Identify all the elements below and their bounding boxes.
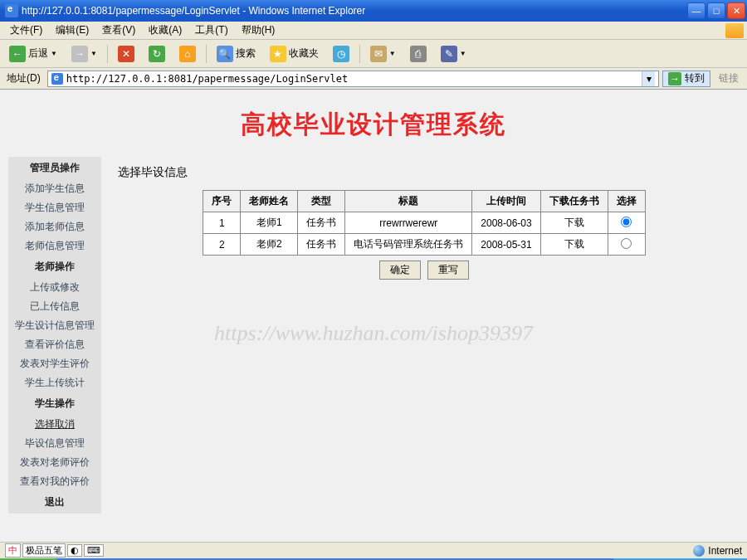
menu-file[interactable]: 文件(F) [3, 22, 49, 39]
close-button[interactable]: ✕ [727, 2, 745, 19]
sidebar-item[interactable]: 发表对老师评价 [8, 453, 101, 472]
address-input[interactable] [66, 73, 638, 85]
windows-flag-icon [725, 23, 744, 38]
links-label[interactable]: 链接 [714, 71, 744, 85]
table-header: 标题 [345, 191, 472, 212]
table-cell: 老师2 [241, 234, 298, 256]
sidebar-item[interactable]: 发表对学生评价 [8, 354, 101, 373]
forward-button[interactable]: →▼ [66, 43, 103, 65]
ie-icon [5, 4, 18, 17]
history-button[interactable]: ◷ [327, 43, 355, 65]
sidebar-head[interactable]: 退出 [8, 491, 101, 514]
address-input-wrap: ▾ [47, 71, 659, 87]
table-cell: rrewrrwerewr [345, 212, 472, 234]
menu-help[interactable]: 帮助(H) [235, 22, 282, 39]
app-title: 高校毕业设计管理系统 [0, 90, 747, 157]
print-button[interactable]: ⎙ [404, 43, 432, 65]
refresh-button[interactable]: ↻ [143, 43, 171, 65]
select-radio[interactable] [621, 238, 632, 249]
table-cell: 2008-06-03 [472, 212, 540, 234]
sidebar-head: 管理员操作 [8, 157, 101, 179]
table-cell: 2008-05-31 [472, 234, 540, 256]
section-heading: 选择毕设信息 [115, 162, 734, 190]
search-button[interactable]: 🔍搜索 [211, 43, 261, 65]
toolbar: ←后退▼ →▼ ✕ ↻ ⌂ 🔍搜索 ★收藏夹 ◷ ✉▼ ⎙ ✎▼ [0, 40, 747, 68]
addressbar: 地址(D) ▾ →转到 链接 [0, 68, 747, 90]
sidebar-item[interactable]: 已上传信息 [8, 297, 101, 316]
menu-favorites[interactable]: 收藏(A) [142, 22, 188, 39]
address-label: 地址(D) [3, 71, 44, 85]
edit-button[interactable]: ✎▼ [435, 43, 472, 65]
sidebar-item[interactable]: 查看评价信息 [8, 335, 101, 354]
menu-tools[interactable]: 工具(T) [188, 22, 234, 39]
download-link[interactable]: 下载 [564, 238, 584, 250]
sidebar-item[interactable]: 学生上传统计 [8, 373, 101, 392]
reset-button[interactable]: 重写 [427, 261, 469, 280]
globe-icon [693, 545, 705, 557]
thesis-table: 序号老师姓名类型标题上传时间下载任务书选择 1老师1任务书rrewrrwerew… [203, 190, 645, 256]
separator [206, 45, 207, 63]
menu-view[interactable]: 查看(V) [95, 22, 142, 39]
titlebar: http://127.0.0.1:8081/papermessage/Login… [0, 0, 747, 22]
table-header: 选择 [608, 191, 645, 212]
select-radio[interactable] [621, 217, 632, 227]
table-header: 下载任务书 [540, 191, 608, 212]
home-button[interactable]: ⌂ [173, 43, 202, 65]
sidebar-item[interactable]: 添加学生信息 [8, 179, 101, 198]
separator [359, 45, 360, 63]
menubar: 文件(F) 编辑(E) 查看(V) 收藏(A) 工具(T) 帮助(H) [0, 22, 747, 40]
table-header: 老师姓名 [241, 191, 298, 212]
sidebar-head: 老师操作 [8, 256, 101, 278]
table-cell: 任务书 [298, 212, 345, 234]
main-area: 选择毕设信息 序号老师姓名类型标题上传时间下载任务书选择 1老师1任务书rrew… [110, 157, 739, 514]
sidebar-item[interactable]: 老师信息管理 [8, 236, 101, 256]
menu-edit[interactable]: 编辑(E) [49, 22, 95, 39]
table-cell: 任务书 [298, 234, 345, 256]
address-dropdown[interactable]: ▾ [642, 71, 655, 86]
ime-box[interactable]: 中极品五笔◐⌨ [5, 543, 104, 558]
sidebar-item[interactable]: 学生设计信息管理 [8, 316, 101, 335]
sidebar-item[interactable]: 学生信息管理 [8, 198, 101, 217]
sidebar-item[interactable]: 添加老师信息 [8, 217, 101, 236]
table-cell: 1 [203, 212, 241, 234]
table-cell: 2 [203, 234, 241, 256]
back-button[interactable]: ←后退▼ [3, 43, 63, 65]
sidebar-item[interactable]: 毕设信息管理 [8, 434, 101, 453]
sidebar: 管理员操作添加学生信息学生信息管理添加老师信息老师信息管理老师操作上传或修改已上… [8, 157, 101, 514]
sidebar-item[interactable]: 查看对我的评价 [8, 472, 101, 491]
window-title: http://127.0.0.1:8081/papermessage/Login… [22, 5, 365, 17]
favorites-button[interactable]: ★收藏夹 [264, 43, 325, 65]
maximize-button[interactable]: □ [707, 2, 725, 19]
table-row: 2老师2任务书电话号码管理系统任务书2008-05-31下载 [203, 234, 645, 256]
page-icon [51, 73, 63, 85]
sidebar-item[interactable]: 选择取消 [8, 415, 101, 434]
sidebar-head: 学生操作 [8, 392, 101, 415]
minimize-button[interactable]: — [687, 2, 706, 19]
table-header: 类型 [298, 191, 345, 212]
table-row: 1老师1任务书rrewrrwerewr2008-06-03下载 [203, 212, 645, 234]
table-cell: 老师1 [241, 212, 298, 234]
sidebar-item[interactable]: 上传或修改 [8, 278, 101, 297]
download-link[interactable]: 下载 [564, 217, 584, 228]
go-button[interactable]: →转到 [662, 71, 710, 87]
stop-button[interactable]: ✕ [112, 43, 140, 65]
mail-button[interactable]: ✉▼ [364, 43, 402, 65]
statusbar: 中极品五笔◐⌨ Internet [0, 542, 747, 558]
separator [107, 45, 108, 63]
table-header: 上传时间 [472, 191, 540, 212]
zone-label: Internet [708, 545, 742, 557]
table-header: 序号 [203, 191, 241, 212]
table-cell: 电话号码管理系统任务书 [345, 234, 472, 256]
ok-button[interactable]: 确定 [379, 261, 421, 280]
page-content: 高校毕业设计管理系统 管理员操作添加学生信息学生信息管理添加老师信息老师信息管理… [0, 90, 747, 542]
